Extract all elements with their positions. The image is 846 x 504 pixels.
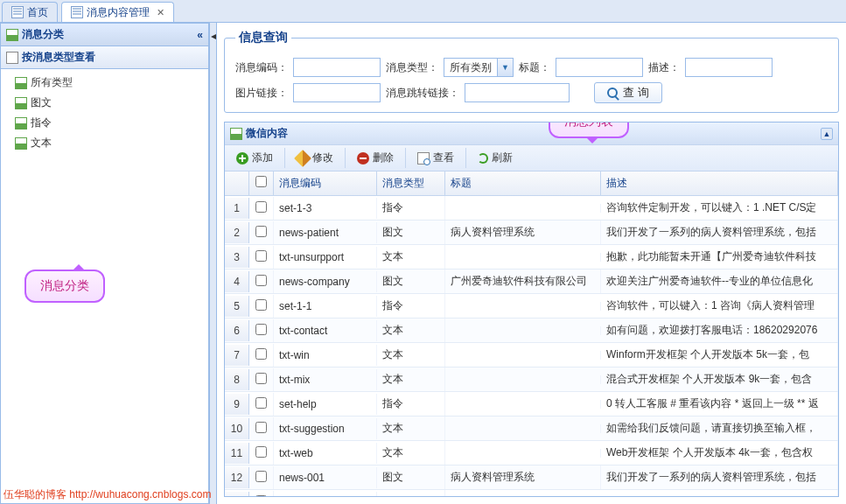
- table-row[interactable]: 1set-1-3指令咨询软件定制开发，可以键入：1 .NET C/S定: [225, 196, 838, 220]
- cell-code: txt-mix: [274, 369, 377, 390]
- table-row[interactable]: 4news-company图文广州爱奇迪软件科技有限公司欢迎关注广州爱奇迪软件-…: [225, 270, 838, 294]
- cell-code: txt-suggestion: [274, 418, 377, 439]
- add-button[interactable]: 添加: [230, 148, 279, 168]
- cell-title: [445, 204, 601, 213]
- table-row[interactable]: 7txt-win文本Winform开发框架 个人开发版本 5k一套，包: [225, 343, 838, 368]
- tree-label: 图文: [31, 95, 52, 110]
- row-checkbox[interactable]: [249, 368, 274, 391]
- input-title[interactable]: [556, 58, 643, 77]
- table-row[interactable]: 12news-001图文病人资料管理系统我们开发了一系列的病人资料管理系统，包括: [225, 466, 838, 490]
- row-checkbox[interactable]: [249, 246, 274, 269]
- tree-item-wenben[interactable]: 文本: [11, 133, 208, 153]
- close-icon[interactable]: ✕: [157, 7, 164, 18]
- cell-desc: 我们开发了一系列的病人资料管理系统，包括: [601, 466, 838, 489]
- callout-category: 消息分类: [24, 270, 105, 303]
- tab-message-manage[interactable]: 消息内容管理 ✕: [61, 2, 174, 22]
- row-checkbox[interactable]: [249, 197, 274, 220]
- col-title[interactable]: 标题: [445, 172, 601, 195]
- select-type[interactable]: 所有类别 ▼: [444, 58, 514, 77]
- rownum: 8: [225, 369, 249, 390]
- grid-column-header: 消息编码 消息类型 标题 描述: [225, 172, 838, 196]
- cell-desc: 欢迎关注广州爱奇迪软件--专业的单位信息化: [601, 270, 838, 293]
- rownum: 9: [225, 394, 249, 415]
- input-desc[interactable]: [685, 58, 773, 77]
- sidebar-subheader[interactable]: 按消息类型查看: [0, 46, 209, 69]
- plus-icon: [236, 152, 248, 164]
- cell-code: news-001: [274, 467, 377, 488]
- pencil-icon: [294, 150, 311, 167]
- tree-item-tuwen[interactable]: 图文: [11, 93, 208, 113]
- row-checkbox[interactable]: [249, 393, 274, 416]
- table-row[interactable]: 3txt-unsurpport文本抱歉，此功能暂未开通【广州爱奇迪软件科技: [225, 245, 838, 270]
- refresh-button[interactable]: 刷新: [472, 148, 519, 168]
- row-checkbox[interactable]: [249, 442, 274, 465]
- rownum: 10: [225, 418, 249, 439]
- row-checkbox[interactable]: [249, 319, 274, 342]
- table-row[interactable]: 11txt-web文本Web开发框架 个人开发版本 4k一套，包含权: [225, 441, 838, 466]
- row-checkbox[interactable]: [249, 417, 274, 440]
- note-icon: [6, 52, 18, 64]
- cell-code: set-help: [274, 394, 377, 415]
- query-fieldset: 信息查询 消息编码： 消息类型： 所有类别 ▼ 标题： 描述： 图片链接： 消息…: [224, 30, 839, 113]
- content-area: 信息查询 消息编码： 消息类型： 所有类别 ▼ 标题： 描述： 图片链接： 消息…: [217, 23, 846, 504]
- table-row[interactable]: 8txt-mix文本混合式开发框架 个人开发版本 9k一套，包含: [225, 368, 838, 392]
- cell-type: 指令: [377, 490, 445, 496]
- sidebar-title: 消息分类: [22, 27, 64, 42]
- row-checkbox[interactable]: [249, 344, 274, 367]
- cell-title: [445, 449, 601, 458]
- tree-item-zhiling[interactable]: 指令: [11, 113, 208, 133]
- cell-desc: Web开发框架 个人开发版本 4k一套，包含权: [601, 441, 838, 465]
- input-code[interactable]: [293, 58, 381, 77]
- col-desc[interactable]: 描述: [601, 172, 838, 195]
- tree-item-all[interactable]: 所有类型: [11, 73, 208, 93]
- tree-label: 指令: [31, 116, 52, 130]
- tab-home[interactable]: 首页: [2, 2, 58, 22]
- grid-title-text: 微信内容: [246, 126, 288, 141]
- table-row[interactable]: 2news-patient图文病人资料管理系统我们开发了一系列的病人资料管理系统…: [225, 220, 838, 245]
- col-checkbox-all[interactable]: [249, 172, 274, 195]
- callout-text: 消息分类: [40, 278, 89, 292]
- cell-title: [445, 253, 601, 262]
- tab-bar: 首页 消息内容管理 ✕: [0, 0, 846, 23]
- cell-title: 病人资料管理系统: [445, 466, 601, 489]
- cell-code: set-1-4: [274, 492, 377, 497]
- row-checkbox[interactable]: [249, 221, 274, 244]
- row-checkbox[interactable]: [249, 270, 274, 293]
- collapse-icon[interactable]: «: [197, 29, 203, 41]
- table-row[interactable]: 9set-help指令0 转人工客服 # 重看该内容 * 返回上一级 ** 返: [225, 392, 838, 416]
- table-row[interactable]: 5set-1-1指令咨询软件，可以键入：1 咨询《病人资料管理: [225, 294, 838, 318]
- search-button[interactable]: 查 询: [594, 82, 662, 103]
- rownum: 2: [225, 222, 249, 243]
- row-checkbox[interactable]: [249, 466, 274, 489]
- rownum: 13: [225, 492, 249, 497]
- rownum: 5: [225, 296, 249, 317]
- input-imglink[interactable]: [293, 83, 381, 102]
- label-title: 标题：: [519, 60, 550, 75]
- col-code[interactable]: 消息编码: [274, 172, 377, 195]
- rownum: 4: [225, 271, 249, 292]
- table-row[interactable]: 10txt-suggestion文本如需给我们反馈问题，请直接切换至输入框，: [225, 416, 838, 441]
- cell-type: 图文: [377, 270, 445, 293]
- tree-label: 文本: [31, 136, 52, 150]
- label-jumplink: 消息跳转链接：: [386, 86, 459, 101]
- delete-button[interactable]: 删除: [351, 148, 400, 168]
- cell-desc: Winform开发框架 个人开发版本 5k一套，包: [601, 343, 838, 367]
- collapse-up-icon[interactable]: ▲: [821, 128, 833, 140]
- cell-code: news-patient: [274, 222, 377, 243]
- col-type[interactable]: 消息类型: [377, 172, 445, 195]
- cell-type: 文本: [377, 245, 445, 269]
- grid-icon: [6, 29, 18, 41]
- edit-button[interactable]: 修改: [290, 148, 339, 168]
- splitter[interactable]: ◂: [210, 23, 217, 504]
- row-checkbox[interactable]: [249, 295, 274, 318]
- row-checkbox[interactable]: [249, 491, 274, 497]
- table-row[interactable]: 6txt-contact文本如有问题，欢迎拨打客服电话：18620292076: [225, 318, 838, 343]
- table-row[interactable]: 13set-1-4指令了解我们可以通过键入：1 查看公司信息 2 联: [225, 490, 838, 496]
- view-button[interactable]: 查看: [411, 148, 460, 168]
- cell-desc: 如需给我们反馈问题，请直接切换至输入框，: [601, 416, 838, 440]
- cell-type: 指令: [377, 196, 445, 220]
- view-icon: [417, 152, 430, 164]
- page-icon: [11, 6, 24, 18]
- input-jumplink[interactable]: [465, 83, 570, 102]
- button-label: 添加: [252, 150, 273, 165]
